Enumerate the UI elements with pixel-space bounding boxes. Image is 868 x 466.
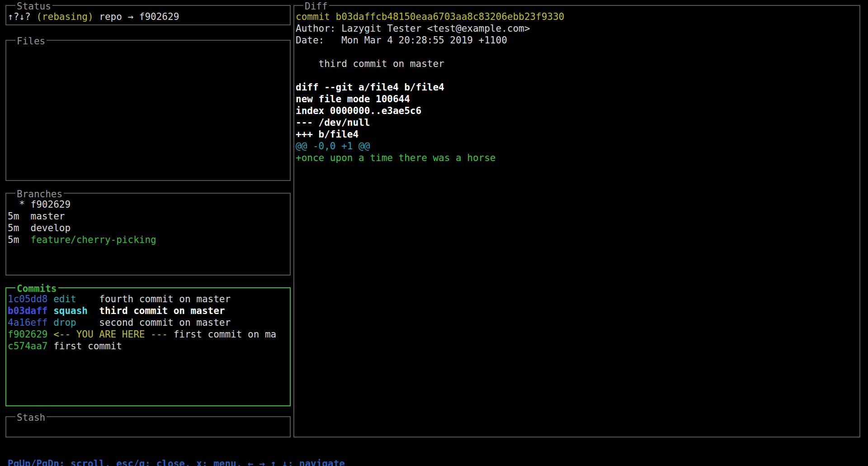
diff-line-author: Author: Lazygit Tester <test@example.com… [296,23,858,34]
stash-panel[interactable]: Stash [5,416,291,437]
diff-line-commit-hash: commit b03daffcb48150eaa6703aa8c83206ebb… [296,11,858,23]
diff-line-date: Date: Mon Mar 4 20:28:55 2019 +1100 [296,34,858,46]
diff-line-index: index 0000000..e3ae5c6 [296,105,858,117]
stash-panel-title: Stash [15,412,47,423]
branches-panel-title: Branches [15,188,64,200]
diff-line-commit-message: third commit on master [296,58,858,70]
files-list [6,41,290,46]
diff-line-header: diff --git a/file4 b/file4 [296,81,858,93]
files-panel-title: Files [15,35,47,47]
branch-row-head[interactable]: * f902629 [8,199,288,210]
diff-line-plus-file: +++ b/file4 [296,128,858,140]
diff-line-added: +once upon a time there was a horse [296,152,858,164]
diff-line-minus-file: --- /dev/null [296,117,858,128]
diff-panel[interactable]: Diff commit b03daffcb48150eaa6703aa8c832… [293,5,860,437]
diff-line-blank [296,70,858,81]
commit-row-selected[interactable]: b03daff squash third commit on master [8,305,288,317]
commit-row[interactable]: 4a16eff drop second commit on master [8,317,288,328]
diff-line-filemode: new file mode 100644 [296,93,858,105]
commit-row[interactable]: c574aa7 first commit [8,340,288,352]
diff-line-hunk-header: @@ -0,0 +1 @@ [296,140,858,152]
branch-row-develop[interactable]: 5m develop [8,222,288,234]
status-panel[interactable]: Status ↑?↓? (rebasing) repo → f902629 [5,5,291,25]
commit-row[interactable]: 1c05dd8 edit fourth commit on master [8,293,288,305]
commits-panel[interactable]: Commits 1c05dd8 edit fourth commit on ma… [5,287,291,406]
branches-panel[interactable]: Branches * f902629 5m master 5m develop … [5,193,291,276]
branch-row-feature[interactable]: 5m feature/cherry-picking [8,234,288,246]
repo-status-line: ↑?↓? (rebasing) repo → f902629 [8,11,288,23]
files-panel[interactable]: Files [5,40,291,181]
commit-row-you-are-here[interactable]: f902629 <-- YOU ARE HERE --- first commi… [8,328,288,340]
diff-panel-title: Diff [303,0,329,12]
branch-row-master[interactable]: 5m master [8,210,288,222]
bottom-bar: PgUp/PgDn: scroll, esc/q: close, x: menu… [0,446,868,458]
stash-list [6,417,290,422]
commits-panel-title: Commits [15,283,58,295]
status-panel-title: Status [15,0,52,12]
diff-line-blank [296,46,858,58]
keybindings-hint: PgUp/PgDn: scroll, esc/q: close, x: menu… [8,458,345,466]
